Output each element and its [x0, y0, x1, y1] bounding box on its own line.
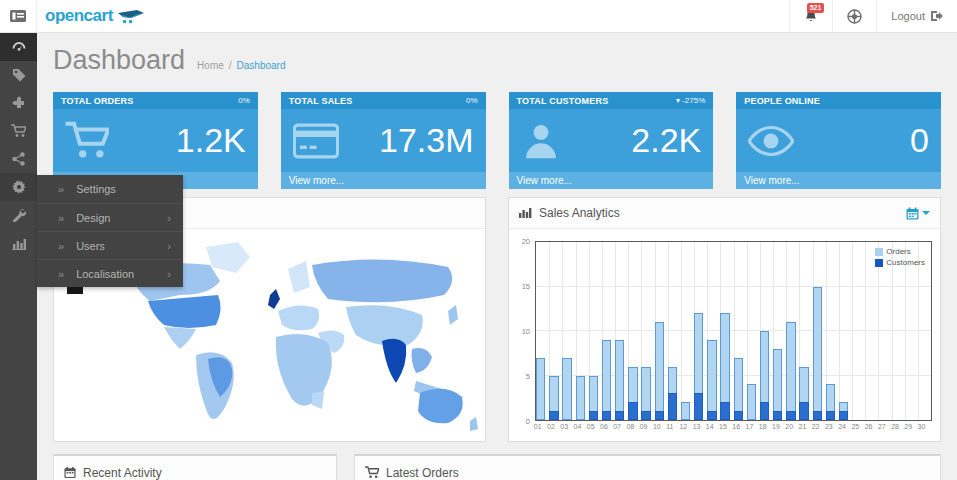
sales-chart: 05101520 Orders Customers	[515, 241, 932, 421]
page-header: Dashboard Home / Dashboard	[53, 45, 941, 79]
tile-total-customers: TOTAL CUSTOMERS ▾ -275% 2.2K View more..…	[509, 92, 714, 189]
globe-icon	[847, 9, 862, 24]
sidebar-item-sales[interactable]	[0, 117, 37, 145]
opencart-cart-mark-icon	[117, 9, 145, 24]
sales-chart-plot: Orders Customers	[535, 241, 932, 421]
bar-chart-icon	[519, 207, 532, 219]
notification-badge: 521	[807, 3, 825, 13]
sidebar-item-catalog[interactable]	[0, 61, 37, 89]
tile-value: 1.2K	[176, 121, 246, 160]
caret-down-icon	[922, 211, 930, 215]
shopping-cart-icon	[11, 124, 26, 138]
submenu-item-label: Localisation	[76, 268, 134, 280]
logout-button[interactable]: Logout	[876, 0, 957, 32]
chevron-right-icon: ›	[167, 212, 171, 224]
panels-row: Sales Analytics	[53, 197, 941, 442]
shopping-cart-icon	[365, 466, 379, 479]
logout-label: Logout	[891, 10, 925, 22]
tile-total-sales: TOTAL SALES 0% 17.3M View more...	[281, 92, 486, 189]
dashboard-icon	[11, 40, 27, 54]
tile-title: TOTAL ORDERS	[61, 96, 133, 106]
panel-title: Latest Orders	[386, 466, 459, 480]
tile-change: 0%	[466, 96, 478, 105]
double-angle-icon: »	[58, 212, 64, 224]
tile-value: 2.2K	[631, 121, 701, 160]
submenu-item-label: Design	[76, 212, 110, 224]
view-more-link[interactable]: View more...	[509, 172, 714, 189]
chart-range-dropdown[interactable]	[906, 207, 930, 220]
customers-legend-swatch	[875, 259, 883, 267]
sidebar-item-tools[interactable]	[0, 201, 37, 229]
system-submenu: » Settings » Design › » Users › » Locali…	[37, 175, 183, 287]
share-icon	[12, 152, 25, 166]
tag-icon	[12, 68, 26, 82]
menu-toggle-icon	[10, 10, 26, 22]
submenu-item-localisation[interactable]: » Localisation ›	[37, 259, 183, 287]
customers-legend-label: Customers	[886, 258, 925, 267]
sidebar-nav	[0, 33, 37, 480]
sales-chart-ylabels: 05101520	[515, 241, 533, 421]
double-angle-icon: »	[58, 268, 64, 280]
opencart-logo[interactable]: opencart	[37, 0, 145, 32]
wrench-icon	[12, 208, 26, 222]
recent-activity-panel: Recent Activity	[53, 454, 337, 480]
shopping-cart-icon	[65, 121, 109, 161]
sales-analytics-panel: Sales Analytics	[508, 197, 941, 442]
double-angle-icon: »	[58, 240, 64, 252]
sidebar-item-marketing[interactable]	[0, 145, 37, 173]
submenu-item-label: Users	[76, 240, 105, 252]
top-bar: opencart 521 Logout	[0, 0, 957, 33]
submenu-item-label: Settings	[76, 183, 116, 195]
latest-orders-panel: Latest Orders	[354, 454, 941, 480]
chevron-right-icon: ›	[167, 268, 171, 280]
tile-change: 0%	[238, 96, 250, 105]
view-more-link[interactable]: View more...	[281, 172, 486, 189]
panel-title: Recent Activity	[83, 466, 162, 480]
bottom-row: Recent Activity Latest Orders	[53, 454, 941, 480]
calendar-icon	[64, 466, 76, 479]
stat-tiles-row: TOTAL ORDERS 0% 1.2K View more... TOTAL …	[53, 92, 941, 189]
storefront-button[interactable]	[832, 0, 876, 32]
chevron-right-icon: ›	[167, 240, 171, 252]
submenu-item-settings[interactable]: » Settings	[37, 175, 183, 203]
breadcrumb-current[interactable]: Dashboard	[237, 60, 286, 71]
logo-text: opencart	[45, 6, 113, 26]
notifications-button[interactable]: 521	[789, 0, 832, 32]
flyout-notch	[67, 287, 83, 294]
calendar-icon	[906, 207, 919, 220]
tile-people-online: PEOPLE ONLINE 0 View more...	[736, 92, 941, 189]
user-icon	[521, 121, 561, 161]
page-title: Dashboard	[53, 45, 185, 76]
breadcrumb: Home / Dashboard	[197, 60, 285, 71]
sales-chart-xlabels: 0102030405060708091011121314151617181920…	[535, 423, 932, 435]
tile-title: PEOPLE ONLINE	[744, 96, 820, 106]
tile-value: 0	[910, 121, 929, 160]
sidebar-item-system[interactable]	[0, 173, 37, 201]
logout-icon	[930, 10, 943, 22]
orders-legend-swatch	[875, 248, 883, 256]
sidebar-item-extensions[interactable]	[0, 89, 37, 117]
panel-title: Sales Analytics	[539, 206, 620, 220]
breadcrumb-separator: /	[229, 60, 232, 71]
breadcrumb-home[interactable]: Home	[197, 60, 224, 71]
submenu-item-users[interactable]: » Users ›	[37, 231, 183, 259]
tile-title: TOTAL CUSTOMERS	[517, 96, 609, 106]
sidebar-toggle-button[interactable]	[0, 0, 37, 32]
tile-change: ▾ -275%	[676, 96, 705, 105]
orders-legend-label: Orders	[886, 247, 910, 256]
double-angle-icon: »	[58, 183, 64, 195]
credit-card-icon	[293, 123, 339, 159]
chart-legend: Orders Customers	[875, 247, 925, 267]
tile-value: 17.3M	[379, 121, 474, 160]
gear-icon	[12, 180, 26, 194]
sidebar-item-dashboard[interactable]	[0, 33, 37, 61]
submenu-item-design[interactable]: » Design ›	[37, 203, 183, 231]
sidebar-item-reports[interactable]	[0, 229, 37, 257]
bar-chart-icon	[12, 237, 26, 250]
view-more-link[interactable]: View more...	[736, 172, 941, 189]
puzzle-icon	[12, 96, 26, 110]
eye-icon	[748, 125, 794, 157]
topbar-actions: 521 Logout	[789, 0, 957, 32]
tile-title: TOTAL SALES	[289, 96, 353, 106]
